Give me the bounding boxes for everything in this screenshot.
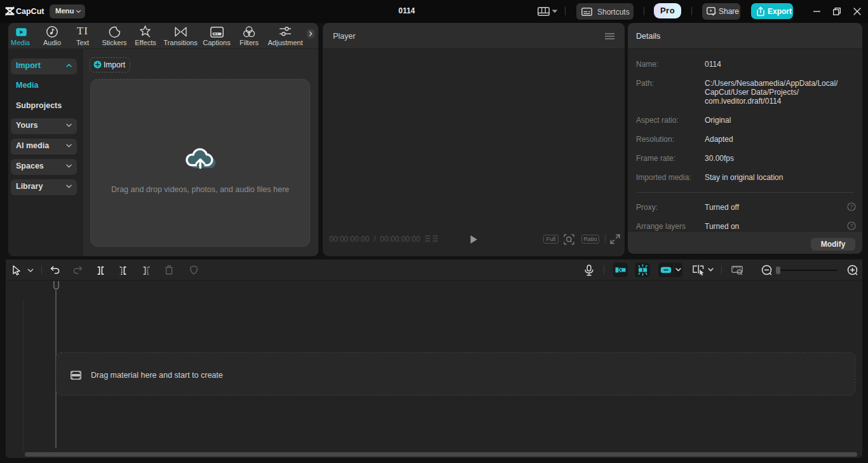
svg-text:?: ? [850, 204, 853, 210]
svg-text:?: ? [850, 223, 853, 229]
